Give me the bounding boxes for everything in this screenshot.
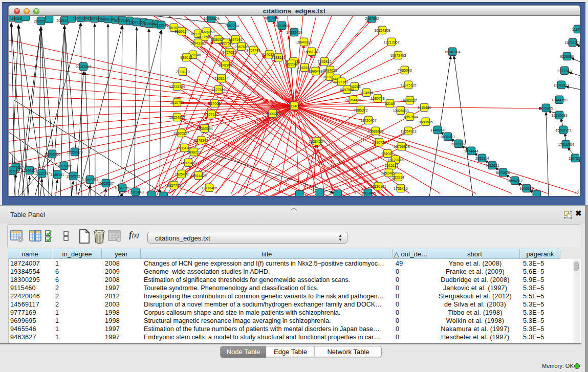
svg-text:16953267: 16953267 <box>73 16 89 20</box>
svg-text:16210683: 16210683 <box>551 114 567 117</box>
svg-text:10975887: 10975887 <box>56 164 72 168</box>
svg-text:15692971: 15692971 <box>555 128 571 132</box>
svg-text:7515546: 7515546 <box>154 24 168 27</box>
svg-text:7386372: 7386372 <box>354 108 367 112</box>
svg-text:19166827: 19166827 <box>173 132 189 135</box>
svg-text:1145191: 1145191 <box>51 173 64 177</box>
svg-text:7632621: 7632621 <box>485 164 499 167</box>
svg-text:14325419: 14325419 <box>286 31 302 34</box>
svg-text:17359924: 17359924 <box>67 150 82 154</box>
svg-text:18724007: 18724007 <box>286 104 302 108</box>
svg-text:16053809: 16053809 <box>203 17 219 20</box>
svg-text:7955812: 7955812 <box>317 60 331 63</box>
svg-text:6794028: 6794028 <box>323 69 337 72</box>
svg-text:12353594: 12353594 <box>197 127 212 130</box>
svg-text:20364436: 20364436 <box>345 98 361 102</box>
svg-text:8878342: 8878342 <box>194 139 208 142</box>
svg-text:3822037: 3822037 <box>285 62 298 66</box>
svg-text:10025433: 10025433 <box>393 109 408 113</box>
svg-text:14909483: 14909483 <box>180 161 196 165</box>
svg-text:12213389: 12213389 <box>169 85 185 89</box>
svg-text:1167534: 1167534 <box>569 157 580 160</box>
svg-text:19654952: 19654952 <box>169 116 185 119</box>
svg-text:9827508: 9827508 <box>197 35 211 39</box>
svg-text:8427552: 8427552 <box>211 88 225 92</box>
svg-text:2803144: 2803144 <box>214 77 228 80</box>
svg-text:16648784: 16648784 <box>444 50 460 54</box>
svg-text:817008: 817008 <box>208 102 220 105</box>
svg-text:9115460: 9115460 <box>418 106 431 110</box>
svg-text:1080748: 1080748 <box>371 97 384 100</box>
svg-text:12923445: 12923445 <box>360 191 376 195</box>
svg-text:12093872: 12093872 <box>553 83 569 87</box>
svg-text:1610755: 1610755 <box>170 101 184 104</box>
svg-text:8660124: 8660124 <box>175 30 188 33</box>
svg-text:1527602: 1527602 <box>88 17 101 20</box>
svg-text:13716485: 13716485 <box>201 186 217 190</box>
svg-text:3215955: 3215955 <box>539 106 553 110</box>
svg-text:9245612: 9245612 <box>519 187 533 190</box>
svg-text:12342797: 12342797 <box>34 172 50 176</box>
svg-text:10973493: 10973493 <box>390 54 406 57</box>
svg-text:10154808: 10154808 <box>374 29 390 32</box>
svg-text:26206556: 26206556 <box>44 152 60 156</box>
svg-text:9699695: 9699695 <box>419 120 432 124</box>
svg-text:12444159: 12444159 <box>551 98 567 102</box>
svg-text:9242848: 9242848 <box>219 63 232 67</box>
svg-text:10654112: 10654112 <box>507 179 523 183</box>
svg-text:14914479: 14914479 <box>190 174 206 178</box>
svg-text:9329966: 9329966 <box>560 55 574 58</box>
svg-text:9657771: 9657771 <box>167 184 181 187</box>
svg-text:9227343: 9227343 <box>557 69 571 73</box>
svg-text:12975115: 12975115 <box>401 83 417 87</box>
svg-text:6466160: 6466160 <box>101 17 115 21</box>
svg-text:391533: 391533 <box>9 169 19 173</box>
svg-text:10543382: 10543382 <box>190 41 206 45</box>
svg-text:12213967: 12213967 <box>383 40 399 44</box>
svg-text:19756928: 19756928 <box>394 145 409 148</box>
svg-text:14957644: 14957644 <box>402 115 418 119</box>
svg-text:19654923: 19654923 <box>400 129 416 133</box>
svg-text:8813054: 8813054 <box>265 16 278 20</box>
svg-text:19218506: 19218506 <box>274 24 290 28</box>
svg-text:17016504: 17016504 <box>558 143 574 146</box>
svg-text:12923448: 12923448 <box>127 190 143 194</box>
svg-text:111754: 111754 <box>572 28 580 31</box>
svg-text:16640910: 16640910 <box>296 40 312 44</box>
svg-text:2933114: 2933114 <box>475 157 489 160</box>
svg-text:6497508: 6497508 <box>340 88 354 92</box>
svg-text:1440954: 1440954 <box>430 128 444 132</box>
svg-text:62160: 62160 <box>385 102 395 105</box>
svg-text:15720407: 15720407 <box>360 119 376 122</box>
svg-text:20053346: 20053346 <box>75 65 91 69</box>
svg-text:7857234: 7857234 <box>225 24 238 28</box>
svg-text:2967608: 2967608 <box>234 45 248 49</box>
svg-text:8938923: 8938923 <box>441 135 454 139</box>
svg-text:9463627: 9463627 <box>403 99 417 102</box>
svg-text:1350515: 1350515 <box>66 174 80 178</box>
svg-text:989012: 989012 <box>180 56 192 59</box>
svg-text:1890729: 1890729 <box>372 141 386 144</box>
svg-text:8990448: 8990448 <box>309 70 322 73</box>
svg-text:984067: 984067 <box>381 152 393 156</box>
svg-text:3824554: 3824554 <box>359 91 373 95</box>
svg-text:2718170: 2718170 <box>176 70 189 74</box>
svg-text:7625402: 7625402 <box>175 172 188 176</box>
svg-text:14136141: 14136141 <box>370 185 386 188</box>
svg-text:19384554: 19384554 <box>309 140 324 143</box>
svg-text:15751074: 15751074 <box>564 41 580 45</box>
svg-text:9474444: 9474444 <box>464 149 478 153</box>
svg-text:8457685: 8457685 <box>222 51 236 54</box>
svg-text:16961758: 16961758 <box>303 50 319 54</box>
svg-text:1615112: 1615112 <box>385 164 399 167</box>
svg-text:6879197: 6879197 <box>451 142 465 146</box>
svg-text:9777169: 9777169 <box>334 80 348 84</box>
svg-text:1733426: 1733426 <box>394 187 407 190</box>
svg-text:7485003: 7485003 <box>398 69 411 72</box>
svg-text:252214: 252214 <box>392 176 404 179</box>
svg-text:8454749: 8454749 <box>246 49 260 52</box>
svg-text:17957253: 17957253 <box>82 178 98 182</box>
svg-text:1362615: 1362615 <box>297 66 311 70</box>
svg-text:10688609: 10688609 <box>367 129 383 133</box>
svg-text:15300275: 15300275 <box>265 112 280 116</box>
